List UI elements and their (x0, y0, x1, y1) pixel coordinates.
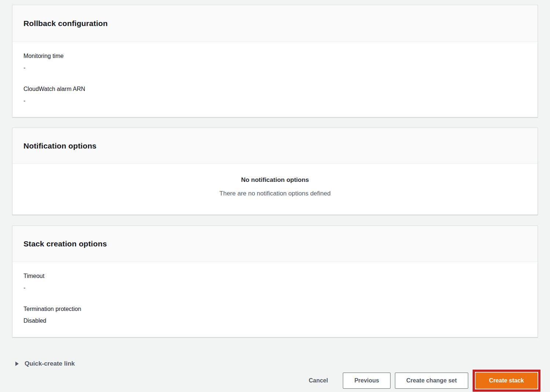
empty-state-title: No notification options (23, 176, 527, 184)
notification-options-card: Notification options No notification opt… (12, 128, 538, 215)
notification-options-empty-state: No notification options There are no not… (12, 164, 538, 215)
rollback-configuration-header: Rollback configuration (12, 5, 538, 42)
review-stack-page: Rollback configuration Monitoring time -… (0, 0, 550, 392)
empty-state-subtitle: There are no notification options define… (23, 189, 527, 198)
termination-protection-field: Termination protection Disabled (23, 305, 527, 325)
create-stack-button[interactable]: Create stack (476, 373, 538, 389)
previous-button[interactable]: Previous (343, 373, 390, 389)
timeout-value: - (23, 284, 527, 292)
timeout-label: Timeout (23, 272, 527, 280)
termination-protection-value: Disabled (23, 317, 527, 325)
highlight-annotation-box: Create stack (473, 370, 540, 392)
stack-creation-options-title: Stack creation options (23, 239, 107, 248)
monitoring-time-label: Monitoring time (23, 52, 527, 60)
stack-creation-options-body: Timeout - Termination protection Disable… (12, 262, 538, 337)
notification-options-header: Notification options (12, 128, 538, 164)
timeout-field: Timeout - (23, 272, 527, 292)
notification-options-title: Notification options (23, 142, 96, 150)
cloudwatch-alarm-arn-field: CloudWatch alarm ARN - (23, 85, 527, 105)
rollback-configuration-body: Monitoring time - CloudWatch alarm ARN - (12, 42, 538, 117)
stack-creation-options-header: Stack creation options (12, 226, 538, 262)
termination-protection-label: Termination protection (23, 305, 527, 313)
cancel-button[interactable]: Cancel (309, 377, 328, 384)
rollback-configuration-card: Rollback configuration Monitoring time -… (12, 5, 538, 117)
monitoring-time-field: Monitoring time - (23, 52, 527, 72)
quick-create-link-expander[interactable]: Quick-create link (15, 360, 75, 367)
cloudwatch-alarm-arn-label: CloudWatch alarm ARN (23, 85, 527, 93)
monitoring-time-value: - (23, 64, 527, 72)
stack-creation-options-card: Stack creation options Timeout - Termina… (12, 226, 538, 337)
quick-create-link-label: Quick-create link (25, 360, 75, 367)
cloudwatch-alarm-arn-value: - (23, 97, 527, 105)
create-change-set-button[interactable]: Create change set (395, 373, 468, 389)
wizard-actions-row: Cancel Previous Create change set Create… (12, 370, 540, 392)
triangle-right-icon (15, 361, 19, 366)
rollback-configuration-title: Rollback configuration (23, 19, 108, 28)
